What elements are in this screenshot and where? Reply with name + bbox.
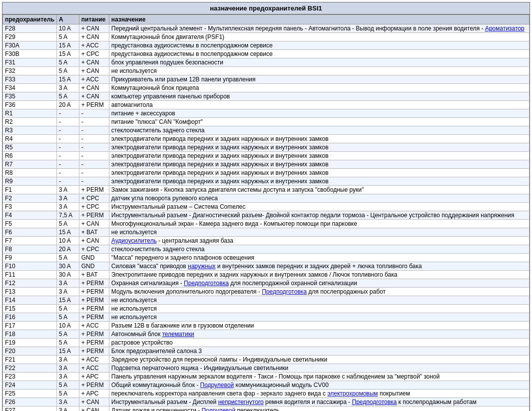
desc-cell: Разъем 12В в багажнике или в грузовом от… [109, 322, 529, 330]
table-body: F2810 A+ CANПередний центральный элемент… [3, 24, 530, 411]
desc-cell: Инструментальный разъем – Система Comеле… [109, 203, 529, 211]
link-непристегнутого[interactable]: непристегнутого [218, 399, 264, 406]
amp-cell: 5 A [56, 254, 79, 262]
table-row: R8--электродвигатели привода передних и … [3, 169, 530, 177]
pwr-cell: + PERM [79, 279, 109, 288]
pwr-cell: + PERM [79, 288, 109, 296]
desc-cell: Замок зажигания - Кнопка запуска двигате… [109, 186, 529, 194]
desc-cell: Охранная сигнализация - Предподготовка д… [109, 279, 529, 288]
pwr-cell: + BAT [79, 271, 109, 279]
fuse-cell: F6 [3, 228, 57, 237]
table-row: F325 A+ CANне используется [3, 67, 530, 75]
link-предподготовка[interactable]: Предподготовка [184, 280, 229, 287]
desc-cell: предустановка аудиосистемы в послепродаж… [109, 50, 529, 58]
link-ароматизатор[interactable]: Ароматизатор [485, 25, 525, 32]
pwr-cell: - [79, 118, 109, 126]
table-row: R3--стеклоочиститель заднего стекла [3, 126, 530, 135]
desc-cell: Блок предохранителей салона 3 [109, 347, 529, 356]
table-header-row: предохранитель A питание назначение [3, 15, 530, 24]
link-аудиоусилитель[interactable]: Аудиоусилитель [111, 237, 157, 244]
desc-cell: автомагнитола [109, 101, 529, 109]
desc-cell: электродвигатели привода передних и задн… [109, 152, 529, 160]
amp-cell: 30 A [56, 271, 79, 279]
desc-cell: Инструментальный разъем - Диагностически… [109, 211, 529, 220]
desc-cell: Подсветка перчаточного ящика - Индивидуа… [109, 364, 529, 373]
fuse-cell: F31 [3, 58, 57, 67]
link-подрулевой[interactable]: Подрулевой [200, 382, 234, 389]
fuse-cell: F4 [3, 211, 57, 220]
pwr-cell: + BAT [79, 228, 109, 237]
fuse-cell: F29 [3, 33, 57, 41]
pwr-cell: + PERM [79, 101, 109, 109]
fuse-cell: F33 [3, 75, 57, 84]
amp-cell: 3 A [56, 356, 79, 364]
desc-cell: Электропитание приводов передних и задни… [109, 271, 529, 279]
link-предподготовка[interactable]: Предподготовка [262, 288, 307, 295]
pwr-cell: + ACC [79, 356, 109, 364]
col-header-desc: назначение [109, 15, 529, 24]
amp-cell: - [56, 169, 79, 177]
amp-cell: 7,5 A [56, 211, 79, 220]
table-row: F133 A+ PERMМодуль включения дополнитель… [3, 288, 530, 296]
col-header-pwr: питание [79, 15, 109, 24]
fuse-cell: F10 [3, 262, 57, 271]
table-row: F233 A+ APCПанель управления наружным зе… [3, 373, 530, 381]
fuse-cell: F7 [3, 237, 57, 245]
pwr-cell: + CPC [79, 50, 109, 58]
table-row: F1710 A+ ACCРазъем 12В в багажнике или в… [3, 322, 530, 330]
pwr-cell: - [79, 177, 109, 186]
link-подрулевой[interactable]: Подрулевой [202, 407, 236, 411]
desc-cell: переключатель корректора направления све… [109, 390, 529, 398]
table-row: F95 AGND"Масса" переднего и заднего плаф… [3, 254, 530, 262]
amp-cell: - [56, 135, 79, 143]
pwr-cell: + CAN [79, 67, 109, 75]
desc-cell: питание + аксессуаров [109, 109, 529, 118]
amp-cell: 3 A [56, 288, 79, 296]
amp-cell: 5 A [56, 305, 79, 313]
amp-cell: 5 A [56, 313, 79, 322]
desc-cell: электродвигатели привода передних и задн… [109, 135, 529, 143]
pwr-cell: + PERM [79, 339, 109, 347]
amp-cell: - [56, 177, 79, 186]
fuse-cell: R8 [3, 169, 57, 177]
amp-cell: 15 A [56, 296, 79, 305]
pwr-cell: + PERM [79, 347, 109, 356]
desc-cell: Автономный блок телематики [109, 330, 529, 339]
fuse-cell: F32 [3, 67, 57, 75]
fuse-cell: F15 [3, 305, 57, 313]
amp-cell: - [56, 126, 79, 135]
fuse-cell: R1 [3, 109, 57, 118]
desc-cell: Силовая "масса" приводов наружных и внут… [109, 262, 529, 271]
link-наружных[interactable]: наружных [188, 263, 215, 270]
table-row: F1415 A+ PERMне используется [3, 296, 530, 305]
amp-cell: - [56, 152, 79, 160]
amp-cell: 3 A [56, 407, 79, 411]
fuse-cell: F18 [3, 330, 57, 339]
fuse-cell: F9 [3, 254, 57, 262]
amp-cell: 3 A [56, 373, 79, 381]
link-предподготовка[interactable]: Предподготовка [352, 399, 397, 406]
fuse-cell: F8 [3, 245, 57, 254]
amp-cell: 3 A [56, 186, 79, 194]
fuse-cell: F14 [3, 296, 57, 305]
fuse-cell: R3 [3, 126, 57, 135]
table-row: F33 A+ CPCИнструментальный разъем – Сист… [3, 203, 530, 211]
amp-cell: 15 A [56, 50, 79, 58]
table-row: R4--электродвигатели привода передних и … [3, 135, 530, 143]
amp-cell: 3 A [56, 194, 79, 203]
pwr-cell: - [79, 152, 109, 160]
link-телематики[interactable]: телематики [162, 331, 194, 338]
pwr-cell: - [79, 160, 109, 169]
amp-cell: 20 A [56, 245, 79, 254]
table-row: R7--электродвигатели привода передних и … [3, 160, 530, 169]
pwr-cell: + ACC [79, 364, 109, 373]
pwr-cell: + CPC [79, 194, 109, 203]
desc-cell: Датчик дождя и освещенности - Подрулевой… [109, 407, 529, 411]
pwr-cell: GND [79, 262, 109, 271]
amp-cell: 3 A [56, 84, 79, 92]
desc-cell: компьютер управления панелью приборов [109, 92, 529, 101]
desc-cell: блок управления подушек безопасности [109, 58, 529, 67]
fuse-cell: F17 [3, 322, 57, 330]
table-row: F295 A+ CANКоммутационный блок двигателя… [3, 33, 530, 41]
link-электрохромовым[interactable]: электрохромовым [327, 390, 378, 397]
